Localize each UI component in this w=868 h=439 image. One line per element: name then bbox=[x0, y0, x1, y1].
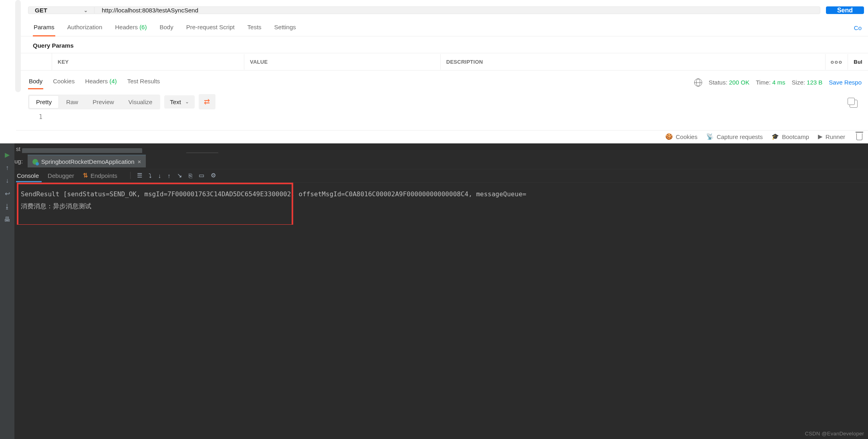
evaluate-icon[interactable]: ⎘ bbox=[189, 172, 192, 179]
ide-panel: ▶ ↑ ↓ ↩ ⭳ 🖶 st ug: SpringbootRocketDemoA… bbox=[0, 143, 868, 439]
content-type-label: Text bbox=[170, 99, 181, 105]
ide-left-toolbar: ▶ ↑ ↓ ↩ ⭳ 🖶 bbox=[0, 143, 14, 439]
ide-main: st ug: SpringbootRocketDemoApplication ×… bbox=[14, 143, 868, 439]
truncated-tab-label[interactable]: st bbox=[14, 146, 22, 153]
endpoints-tab[interactable]: ⇅Endpoints bbox=[83, 172, 117, 179]
copy-icon[interactable] bbox=[850, 100, 858, 108]
sb-runner[interactable]: ▶ Runner bbox=[818, 133, 845, 140]
trash-icon[interactable] bbox=[856, 133, 862, 140]
time-label: Time: 4 ms bbox=[756, 79, 785, 86]
tab-label: Console bbox=[17, 172, 39, 179]
tab-label: Cookies bbox=[53, 78, 75, 85]
send-button[interactable]: Send bbox=[826, 6, 864, 14]
label: Runner bbox=[826, 133, 845, 140]
layout-icon[interactable]: ▭ bbox=[199, 172, 204, 179]
run-configuration-tab[interactable]: SpringbootRocketDemoApplication × bbox=[28, 155, 146, 167]
sb-cookies[interactable]: 🍪 Cookies bbox=[665, 133, 697, 140]
resp-tab-testresults[interactable]: Test Results bbox=[127, 75, 161, 89]
ide-tool-window-tabs: st bbox=[14, 143, 868, 153]
tab-settings[interactable]: Settings bbox=[274, 20, 297, 36]
endpoints-icon: ⇅ bbox=[83, 172, 88, 179]
view-pretty[interactable]: Pretty bbox=[29, 95, 59, 109]
content-type-select[interactable]: Text ⌄ bbox=[164, 95, 195, 109]
scroll-to-end-icon[interactable]: ⭳ bbox=[4, 203, 10, 210]
params-table-header: KEY VALUE DESCRIPTION ooo Bul bbox=[16, 53, 868, 70]
run-to-cursor-icon[interactable]: ↘ bbox=[177, 172, 182, 179]
settings-icon[interactable]: ⚙ bbox=[211, 172, 216, 179]
filter-icon[interactable]: ☰ bbox=[137, 172, 142, 179]
tab-authorization[interactable]: Authorization bbox=[66, 20, 103, 36]
step-out-icon[interactable]: ↑ bbox=[167, 172, 171, 179]
console-output[interactable]: SendResult [sendStatus=SEND_OK, msgId=7F… bbox=[14, 183, 868, 225]
tab-params[interactable]: Params bbox=[33, 20, 55, 36]
tab-label: Body bbox=[29, 78, 42, 85]
step-over-icon[interactable]: ⤵ bbox=[149, 172, 152, 179]
debugger-tab[interactable]: Debugger bbox=[48, 172, 74, 179]
http-method-label: GET bbox=[35, 7, 47, 14]
sb-bootcamp[interactable]: 🎓 Bootcamp bbox=[771, 133, 809, 140]
row-selector-column bbox=[16, 53, 52, 70]
status-value: 200 OK bbox=[729, 79, 749, 86]
chevron-down-icon: ⌄ bbox=[185, 99, 189, 105]
globe-icon[interactable] bbox=[694, 79, 702, 87]
resp-tab-headers[interactable]: Headers (4) bbox=[84, 75, 117, 89]
http-method-select[interactable]: GET ⌄ bbox=[28, 6, 94, 14]
body-viewer-controls: Pretty Raw Preview Visualize Text ⌄ ⇄ bbox=[16, 89, 868, 112]
size-value: 123 B bbox=[807, 79, 822, 86]
request-builder-row: GET ⌄ http://localhost:8083/testASyncSen… bbox=[16, 0, 868, 18]
view-raw[interactable]: Raw bbox=[59, 95, 85, 109]
soft-wrap-icon[interactable]: ↩ bbox=[5, 190, 10, 197]
sb-capture[interactable]: 📡 Capture requests bbox=[706, 133, 763, 140]
tab-body[interactable]: Body bbox=[159, 20, 174, 36]
time-value: 4 ms bbox=[772, 79, 785, 86]
print-icon[interactable]: 🖶 bbox=[4, 216, 10, 223]
editor-tab-fragment bbox=[186, 148, 218, 153]
chevron-down-icon: ⌄ bbox=[84, 8, 88, 13]
tab-label: Debugger bbox=[48, 172, 74, 179]
tab-label: Headers bbox=[115, 24, 138, 30]
request-tabs: Params Authorization Headers (6) Body Pr… bbox=[16, 18, 868, 36]
line-number: 1 bbox=[28, 113, 50, 121]
headers-count: (4) bbox=[109, 78, 117, 85]
tab-headers[interactable]: Headers (6) bbox=[114, 20, 147, 36]
debug-label: ug: bbox=[14, 156, 24, 166]
tab-label: Tests bbox=[248, 24, 262, 30]
column-value: VALUE bbox=[244, 54, 441, 70]
label: Status: bbox=[709, 79, 727, 86]
link-label: Co bbox=[854, 24, 862, 31]
close-icon[interactable]: × bbox=[138, 158, 141, 165]
view-preview[interactable]: Preview bbox=[85, 95, 121, 109]
api-client-panel: GET ⌄ http://localhost:8083/testASyncSen… bbox=[0, 0, 868, 143]
response-body-editor[interactable]: 1 bbox=[16, 112, 868, 130]
resp-tab-cookies[interactable]: Cookies bbox=[52, 75, 75, 89]
resp-tab-body[interactable]: Body bbox=[28, 75, 43, 89]
tab-tests[interactable]: Tests bbox=[247, 20, 262, 36]
wrap-lines-button[interactable]: ⇄ bbox=[199, 94, 215, 109]
label: Capture requests bbox=[717, 133, 763, 140]
scroll-indicator[interactable] bbox=[15, 0, 21, 92]
rerun-button[interactable]: ▶ bbox=[2, 151, 12, 159]
log-line: 消费消息：异步消息测试 bbox=[21, 200, 864, 212]
tab-prerequest[interactable]: Pre-request Script bbox=[185, 20, 236, 36]
watermark-text: CSDN @EvanDeveloper bbox=[805, 431, 864, 437]
column-options-button[interactable]: ooo bbox=[826, 54, 848, 70]
console-tab[interactable]: Console bbox=[17, 172, 39, 179]
tab-label: Endpoints bbox=[91, 172, 117, 179]
editor-tab-scrollbar[interactable] bbox=[22, 148, 142, 153]
tab-label: Body bbox=[159, 24, 173, 30]
status-label: Status: 200 OK bbox=[709, 79, 749, 86]
run-config-name: SpringbootRocketDemoApplication bbox=[41, 158, 135, 165]
cookies-link[interactable]: Co bbox=[854, 24, 864, 31]
view-visualize[interactable]: Visualize bbox=[121, 95, 160, 109]
request-url-input[interactable]: http://localhost:8083/testASyncSend bbox=[94, 6, 820, 14]
tab-label: Authorization bbox=[67, 24, 103, 30]
step-into-icon[interactable]: ↓ bbox=[158, 172, 161, 179]
arrow-down-icon[interactable]: ↓ bbox=[6, 177, 9, 184]
query-params-title: Query Params bbox=[16, 36, 868, 53]
arrow-up-icon[interactable]: ↑ bbox=[6, 164, 9, 171]
bulk-edit-button[interactable]: Bul bbox=[848, 54, 868, 70]
response-meta: Status: 200 OK Time: 4 ms Size: 123 B Sa… bbox=[694, 79, 864, 87]
view-mode-group: Pretty Raw Preview Visualize bbox=[28, 95, 160, 109]
save-response-button[interactable]: Save Respo bbox=[829, 79, 862, 86]
tab-label: Params bbox=[34, 24, 54, 30]
